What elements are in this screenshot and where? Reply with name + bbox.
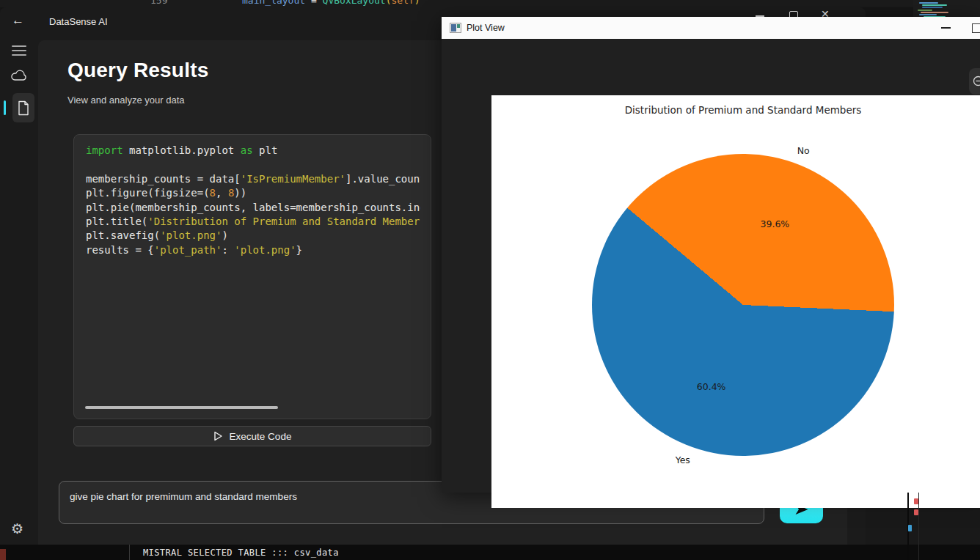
app-title: DataSense AI (49, 16, 108, 27)
plot-window-titlebar[interactable]: Plot View (442, 17, 980, 39)
menu-icon[interactable] (12, 45, 26, 56)
pie (592, 154, 894, 456)
code-editor: import matplotlib.pyplot as plt membersh… (86, 144, 420, 257)
execute-code-label: Execute Code (230, 431, 292, 442)
background-editor-strip: 159 main_layout = QVBoxLayout(self) (0, 0, 980, 7)
status-bar: MISTRAL SELECTED TABLE ::: csv_data (0, 545, 980, 560)
settings-gear-icon[interactable]: ⚙ (11, 520, 23, 537)
pie-slice-label: No (797, 144, 810, 155)
document-icon (18, 100, 29, 116)
sidebar-item-results[interactable] (12, 93, 34, 122)
plot-maximize-button[interactable] (972, 23, 980, 33)
code-block[interactable]: import matplotlib.pyplot as plt membersh… (73, 134, 431, 419)
circle-minus-icon (973, 75, 980, 86)
error-marker (914, 509, 918, 515)
screen: 159 main_layout = QVBoxLayout(self) MIST… (0, 0, 980, 560)
editor-line-number: 159 (150, 0, 167, 6)
status-divider (129, 545, 130, 560)
pie-slice-label: Yes (676, 454, 690, 465)
chart-title: Distribution of Premium and Standard Mem… (491, 104, 980, 116)
chat-input-value: give pie chart for premimum and standard… (70, 491, 297, 502)
plot-window-icon (450, 23, 461, 33)
plot-minimize-button[interactable] (941, 27, 951, 29)
pie-slice-percent: 39.6% (761, 218, 790, 229)
back-button[interactable]: ← (12, 13, 24, 28)
plot-canvas: Distribution of Premium and Standard Mem… (491, 95, 980, 508)
editor-scrollbar-line (918, 493, 919, 560)
sidebar-item-cloud[interactable] (10, 69, 28, 84)
execute-code-button[interactable]: Execute Code (73, 426, 431, 446)
active-nav-accent (4, 100, 6, 115)
plot-window-body: Distribution of Premium and Standard Mem… (442, 39, 980, 493)
error-marker (914, 498, 918, 504)
cloud-icon (10, 69, 28, 81)
page-subtitle: View and analyze your data (67, 95, 184, 106)
info-marker (908, 525, 912, 531)
status-accent-block (0, 549, 6, 560)
horizontal-scrollbar[interactable] (85, 406, 278, 409)
status-text: MISTRAL SELECTED TABLE ::: csv_data (143, 548, 339, 558)
plot-window-title: Plot View (467, 23, 505, 33)
background-code-line: main_layout = QVBoxLayout(self) (242, 0, 420, 6)
plot-view-window: Plot View Distribution of Premium and St… (442, 17, 980, 493)
play-icon (213, 431, 223, 441)
page-title: Query Results (67, 59, 208, 82)
zoom-out-button[interactable] (969, 68, 980, 95)
pie-slice-percent: 60.4% (697, 381, 726, 392)
